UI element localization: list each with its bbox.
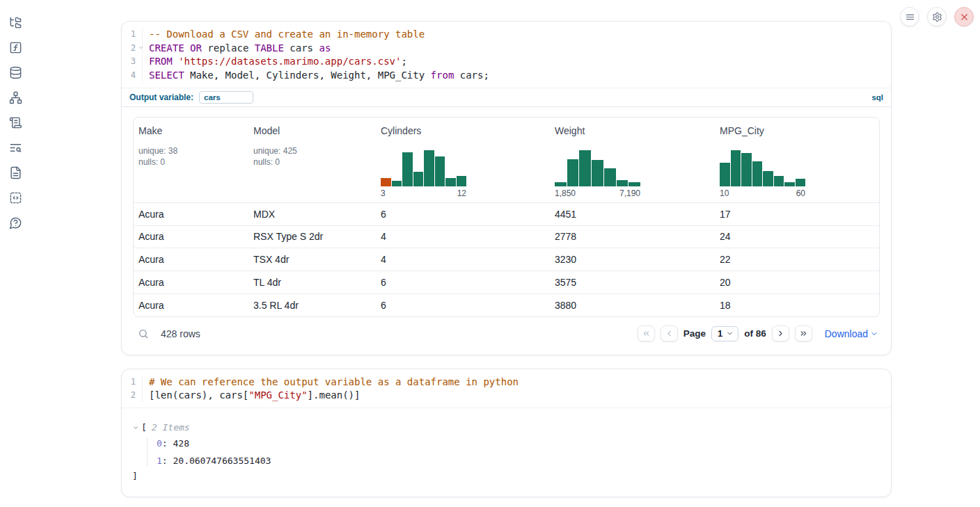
code-line: 2CREATE OR replace TABLE cars as: [122, 42, 891, 56]
sidebar-item-functions[interactable]: [7, 39, 24, 56]
histogram-bar: [592, 160, 603, 186]
table-cell: Acura: [134, 277, 248, 288]
page-select-value: 1: [718, 328, 722, 339]
sidebar-item-dependency-graph[interactable]: [7, 89, 24, 106]
histogram-bar: [435, 156, 445, 186]
table-cell: Acura: [134, 231, 248, 242]
sidebar-item-documentation[interactable]: [7, 164, 24, 181]
settings-button[interactable]: [927, 7, 947, 26]
histogram-bar: [617, 180, 629, 186]
previous-page-button[interactable]: [661, 325, 678, 341]
close-icon: [959, 12, 970, 22]
first-page-button[interactable]: [638, 325, 655, 341]
code-text[interactable]: -- Download a CSV and create an in-memor…: [143, 28, 425, 42]
helper-sidebar: [0, 0, 31, 231]
table-cell: 6: [376, 277, 550, 288]
tree-entries: 0: 4281: 20.060747663551403: [147, 438, 880, 466]
column-header-model[interactable]: Modelunique: 425nulls: 0: [248, 118, 376, 202]
table-cell: 17: [715, 209, 876, 220]
sidebar-item-text-search[interactable]: [7, 139, 24, 156]
line-number: 4: [122, 69, 143, 83]
column-header-make[interactable]: Makeunique: 38nulls: 0: [134, 118, 248, 202]
tree-entry-value: : 20.060747663551403: [162, 456, 271, 466]
histogram-bar: [752, 161, 763, 186]
last-page-button[interactable]: [795, 325, 812, 341]
items-count-label: 2 Items: [152, 422, 190, 433]
column-name: Make: [139, 125, 243, 136]
column-stats: unique: 425nulls: 0: [253, 145, 370, 168]
code-line: 2[len(cars), cars["MPG_City"].mean()]: [122, 389, 891, 403]
page-select[interactable]: 1: [711, 326, 738, 341]
histogram-bar: [381, 178, 391, 186]
search-icon: [138, 328, 149, 339]
table-cell: TL 4dr: [248, 277, 376, 288]
table-cell: Acura: [134, 254, 248, 265]
code-text[interactable]: SELECT Make, Model, Cylinders, Weight, M…: [143, 69, 489, 83]
histogram-max-label: 60: [796, 188, 805, 198]
sidebar-item-datasources[interactable]: [7, 64, 24, 81]
histogram-bar: [424, 150, 434, 186]
close-button[interactable]: [954, 7, 974, 26]
column-name: Weight: [555, 125, 709, 136]
code-text[interactable]: FROM 'https://datasets.marimo.app/cars.c…: [143, 55, 407, 69]
sidebar-item-logs[interactable]: [7, 114, 24, 131]
histogram-bar: [796, 179, 806, 186]
chevron-down-icon: [726, 330, 734, 337]
menu-icon: [905, 12, 915, 22]
line-number: 1: [122, 376, 143, 389]
histogram-bar: [445, 178, 456, 186]
python-code-editor[interactable]: 1# We can reference the output variable …: [122, 369, 891, 408]
column-header-weight[interactable]: Weight1,8507,190: [550, 118, 715, 202]
histogram-bar: [629, 182, 640, 186]
table-cell: 4: [376, 231, 550, 242]
code-line: 1-- Download a CSV and create an in-memo…: [122, 28, 891, 42]
table-cell: 4: [376, 254, 550, 265]
table-header: Makeunique: 38nulls: 0Modelunique: 425nu…: [134, 118, 879, 202]
download-button[interactable]: Download: [825, 328, 878, 339]
documentation-icon: [9, 166, 22, 179]
code-text[interactable]: # We can reference the output variable a…: [143, 376, 519, 389]
histogram-min-label: 10: [720, 188, 729, 198]
sql-code-editor[interactable]: 1-- Download a CSV and create an in-memo…: [122, 22, 891, 88]
histogram-bar: [392, 181, 402, 186]
histogram-bar: [579, 150, 591, 186]
code-line: 1# We can reference the output variable …: [122, 376, 891, 389]
output-variable-input[interactable]: [199, 91, 253, 104]
help-icon: [9, 216, 22, 230]
functions-icon: [9, 41, 22, 54]
language-badge: sql: [871, 93, 883, 102]
collapse-chevron-icon[interactable]: [132, 424, 139, 431]
sidebar-item-snippets[interactable]: [7, 189, 24, 206]
table-cell: 22: [715, 254, 876, 265]
column-header-cylinders[interactable]: Cylinders312: [376, 118, 550, 202]
open-bracket: [: [141, 422, 147, 433]
table-cell: 6: [376, 300, 550, 311]
file-tree-icon: [9, 16, 22, 29]
histogram-bar: [555, 182, 567, 186]
sidebar-item-file-tree[interactable]: [7, 14, 24, 31]
table-cell: 4451: [550, 209, 715, 220]
code-text[interactable]: [len(cars), cars["MPG_City"].mean()]: [143, 389, 360, 403]
search-button[interactable]: [138, 328, 149, 339]
chevrons-right-icon: [799, 329, 808, 338]
page-label: Page: [683, 328, 706, 339]
menu-button[interactable]: [900, 7, 919, 26]
fold-chevron-icon[interactable]: [138, 45, 144, 51]
histogram-max-label: 12: [457, 188, 466, 198]
table-cell: 18: [715, 300, 876, 311]
code-text[interactable]: CREATE OR replace TABLE cars as: [143, 42, 331, 56]
tree-entry-key: 0: [157, 438, 162, 449]
table-cell: 20: [715, 277, 876, 288]
histogram-min-label: 3: [381, 188, 386, 198]
code-line: 3FROM 'https://datasets.marimo.app/cars.…: [122, 55, 891, 69]
sidebar-item-help[interactable]: [7, 214, 24, 231]
window-controls: [900, 7, 974, 26]
next-page-button[interactable]: [772, 325, 789, 341]
data-table: Makeunique: 38nulls: 0Modelunique: 425nu…: [133, 117, 880, 317]
column-header-mpg_city[interactable]: MPG_City1060: [715, 118, 876, 202]
chevrons-left-icon: [642, 329, 651, 338]
histogram-bar: [402, 152, 413, 186]
column-name: Cylinders: [381, 125, 544, 136]
row-count: 428 rows: [161, 328, 200, 339]
table-cell: Acura: [134, 300, 248, 311]
